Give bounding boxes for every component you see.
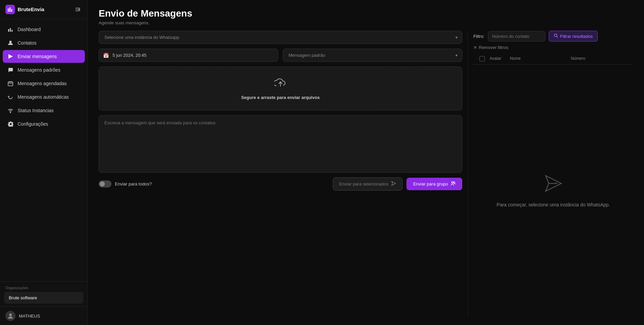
- svg-rect-7: [10, 28, 11, 32]
- brand-name: BruteEnvia: [18, 6, 44, 12]
- sidebar-item-label: Mensagens automáticas: [18, 94, 69, 100]
- bar-chart-icon: [7, 26, 14, 32]
- send-all-row: Enviar para todos?: [99, 180, 152, 188]
- user-icon: [7, 40, 14, 46]
- page-subtitle: Agende suas mensagens.: [99, 20, 633, 25]
- svg-point-9: [9, 41, 12, 43]
- collapse-button[interactable]: [73, 5, 82, 14]
- brand-icon: [5, 5, 15, 14]
- col-nome: Nome: [509, 56, 570, 61]
- message-icon: [7, 67, 14, 73]
- main-body: Selecione uma instância do Whatsapp ▾ 📅 …: [88, 31, 644, 325]
- right-panel: Filtro: Filtrar resultados ✕ Remover fil…: [468, 31, 633, 317]
- sidebar-item-label: Mensagens agendadas: [18, 81, 67, 86]
- svg-rect-0: [8, 8, 9, 12]
- send-big-icon: [544, 174, 563, 197]
- svg-rect-11: [8, 82, 13, 86]
- svg-point-15: [9, 314, 12, 316]
- datetime-input[interactable]: [99, 49, 278, 62]
- empty-state-text: Para começar, selecione uma instância do…: [497, 202, 610, 207]
- select-all-checkbox[interactable]: [479, 56, 485, 61]
- svg-point-20: [554, 34, 557, 37]
- main-content: Envio de Mensagens Agende suas mensagens…: [88, 0, 644, 325]
- message-type-select[interactable]: Mensagem padrão: [283, 49, 462, 62]
- actions-row: Enviar para todos? Enviar para seleciona…: [99, 177, 462, 191]
- brand: BruteEnvia: [5, 5, 44, 14]
- svg-rect-1: [9, 7, 10, 12]
- page-title: Envio de Mensagens: [99, 8, 633, 19]
- message-textarea[interactable]: [99, 115, 462, 173]
- file-dropzone[interactable]: Segure e arraste para enviar arquivos: [99, 67, 462, 110]
- calendar-icon: [7, 80, 14, 86]
- sidebar-item-label: Dashboard: [18, 27, 41, 32]
- col-avatar: Avatar: [488, 56, 509, 61]
- sidebar-item-label: Status Instancias: [18, 108, 54, 113]
- sidebar-item-mensagens-automaticas[interactable]: Mensagens automáticas: [3, 91, 85, 103]
- send-selected-icon: [391, 181, 396, 187]
- svg-rect-13: [11, 81, 12, 82]
- sidebar-item-label: Mensagens padrões: [18, 67, 60, 73]
- sidebar-item-status-instancias[interactable]: Status Instancias: [3, 104, 85, 117]
- send-all-label: Enviar para todos?: [115, 181, 152, 186]
- svg-rect-6: [8, 29, 9, 32]
- datetime-wrapper: 📅: [99, 49, 278, 62]
- filter-label: Filtro:: [473, 34, 485, 39]
- send-group-button[interactable]: Enviar para grupo: [406, 178, 462, 190]
- sidebar-user: MATHEUS: [0, 306, 88, 325]
- wifi-icon: [7, 107, 14, 114]
- message-type-wrapper: Mensagem padrão ▾: [283, 49, 462, 62]
- org-item[interactable]: Brute software: [4, 292, 83, 304]
- sidebar-item-label: Configurações: [18, 121, 48, 127]
- instance-select-wrapper: Selecione uma instância do Whatsapp ▾: [99, 31, 462, 44]
- left-panel: Selecione uma instância do Whatsapp ▾ 📅 …: [99, 31, 468, 317]
- send-all-toggle[interactable]: [99, 180, 112, 188]
- svg-rect-5: [75, 10, 80, 11]
- svg-line-21: [557, 36, 558, 38]
- sidebar-item-label: Contatos: [18, 40, 36, 46]
- sidebar-header: BruteEnvia: [0, 0, 88, 19]
- send-icon: [7, 53, 14, 59]
- org-section: Organizações Brute software: [0, 281, 88, 306]
- filter-results-button[interactable]: Filtrar resultados: [549, 31, 598, 42]
- search-icon: [554, 33, 558, 39]
- svg-rect-2: [11, 9, 12, 12]
- table-header: Avatar Nome Número: [473, 53, 633, 65]
- svg-point-18: [452, 182, 453, 183]
- svg-rect-3: [75, 8, 80, 8]
- sidebar-item-configuracoes[interactable]: Configurações: [3, 118, 85, 130]
- header-checkbox-cell: [476, 56, 488, 61]
- gear-icon: [7, 121, 14, 127]
- group-icon: [451, 181, 455, 187]
- svg-point-14: [10, 112, 11, 113]
- remove-filters-label: Remover filtros: [479, 45, 508, 50]
- send-buttons: Enviar para selecionados Enviar para gru…: [333, 177, 462, 191]
- col-numero: Número: [570, 56, 631, 61]
- sidebar-item-label: Enviar mensagens: [18, 54, 57, 59]
- send-selected-button[interactable]: Enviar para selecionados: [333, 177, 402, 191]
- svg-rect-4: [75, 9, 80, 10]
- dropzone-label: Segure e arraste para enviar arquivos: [241, 95, 320, 100]
- org-label: Organizações: [4, 286, 83, 290]
- svg-rect-8: [11, 30, 13, 32]
- svg-rect-12: [9, 81, 10, 82]
- sidebar-item-enviar-mensagens[interactable]: Enviar mensagens: [3, 50, 85, 63]
- sidebar-item-mensagens-padroes[interactable]: Mensagens padrões: [3, 64, 85, 76]
- user-name: MATHEUS: [19, 314, 40, 319]
- sidebar-nav: Dashboard Contatos Enviar mensagens: [0, 19, 88, 281]
- sidebar-item-dashboard[interactable]: Dashboard: [3, 23, 85, 36]
- send-group-label: Enviar para grupo: [413, 181, 448, 186]
- instance-select[interactable]: Selecione uma instância do Whatsapp: [99, 31, 462, 44]
- remove-filters-button[interactable]: ✕ Remover filtros: [473, 45, 508, 50]
- svg-marker-17: [392, 181, 396, 185]
- sidebar-item-mensagens-agendadas[interactable]: Mensagens agendadas: [3, 77, 85, 90]
- send-selected-label: Enviar para selecionados: [339, 181, 389, 186]
- user-avatar-icon: [5, 311, 16, 321]
- filter-input[interactable]: [488, 31, 545, 42]
- empty-state: Para começar, selecione uma instância do…: [473, 65, 633, 317]
- close-icon: ✕: [473, 45, 477, 50]
- upload-cloud-icon: [274, 77, 287, 92]
- datetime-message-row: 📅 Mensagem padrão ▾: [99, 49, 462, 62]
- filter-results-label: Filtrar resultados: [560, 34, 593, 39]
- page-header: Envio de Mensagens Agende suas mensagens…: [88, 0, 644, 31]
- sidebar-item-contatos[interactable]: Contatos: [3, 36, 85, 49]
